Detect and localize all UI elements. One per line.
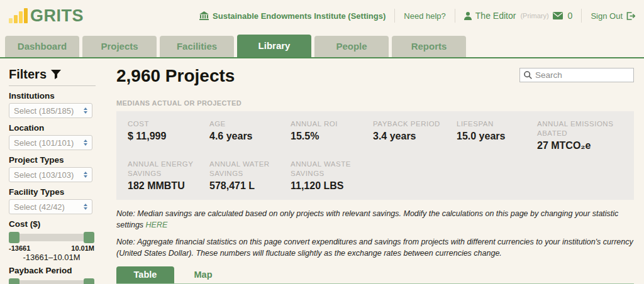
search-icon	[524, 71, 532, 79]
filters-title-label: Filters	[9, 67, 47, 82]
location-select[interactable]: Select (101/101)	[9, 135, 92, 150]
tab-people[interactable]: People	[314, 36, 389, 57]
stat-label: ANNUAL ENERGY SAVINGS	[128, 160, 198, 178]
note-text: Note: Median savings are calculated base…	[116, 209, 618, 229]
payback-slider-max-handle[interactable]	[84, 278, 94, 284]
statistic-settings-link[interactable]: HERE	[146, 221, 168, 229]
institutions-select[interactable]: Select (185/185)	[9, 103, 92, 118]
stat-value: 182 MMBTU	[128, 180, 204, 192]
divider	[581, 9, 582, 23]
header-links: Sustainable Endowments Institute (Settin…	[199, 9, 635, 23]
stat-annual-emissions-abated: ANNUAL EMISSIONS ABATED 27 MTCO₂e	[537, 119, 634, 151]
facility-types-select[interactable]: Select (42/42)	[9, 199, 92, 214]
stat-cost: COST $ 11,999	[128, 119, 209, 151]
cost-label: Cost ($)	[9, 219, 108, 229]
stat-label: ANNUAL WASTE SAVINGS	[291, 160, 361, 178]
main-navigation: Dashboard Projects Facilities Library Pe…	[0, 31, 644, 58]
select-caret-icon	[84, 172, 87, 178]
stat-value: 11,120 LBS	[291, 180, 368, 192]
cost-min-label: -13661	[9, 244, 30, 252]
tab-dashboard[interactable]: Dashboard	[5, 36, 79, 57]
user-role-badge: (Primary)	[520, 12, 548, 19]
user-menu[interactable]: The Editor (Primary) 0	[464, 11, 573, 21]
filter-group-institutions: Institutions Select (185/185)	[9, 91, 108, 118]
institutions-label: Institutions	[9, 91, 108, 101]
search-input[interactable]	[535, 70, 630, 80]
filter-group-facility-types: Facility Types Select (42/42)	[9, 187, 108, 214]
user-name: The Editor	[475, 11, 516, 21]
cost-filter: Cost ($) -13661 10.01M -13661–10.01M	[9, 219, 108, 262]
facility-types-label: Facility Types	[9, 187, 108, 197]
view-tab-map[interactable]: Map	[174, 266, 232, 283]
cost-slider-max-handle[interactable]	[84, 232, 94, 243]
payback-slider-min-handle[interactable]	[9, 278, 19, 284]
search-box	[519, 68, 634, 82]
need-help-label: Need help?	[404, 11, 446, 21]
stat-annual-roi: ANNUAL ROI 15.5%	[291, 119, 373, 151]
brand-name: GRITS	[30, 8, 84, 25]
medians-stats-panel: COST $ 11,999 AGE 4.6 years ANNUAL ROI 1…	[116, 111, 634, 200]
institutions-select-value: Select (185/185)	[14, 106, 74, 116]
location-label: Location	[9, 123, 108, 133]
stat-payback-period: PAYBACK PERIOD 3.4 years	[373, 119, 457, 151]
tab-library[interactable]: Library	[237, 35, 311, 57]
filters-sidebar: Filters Institutions Select (185/185) Lo…	[0, 58, 108, 284]
stat-label: AGE	[209, 119, 280, 129]
stat-label: COST	[128, 119, 198, 129]
sign-out-icon	[626, 12, 635, 20]
facility-types-select-value: Select (42/42)	[14, 202, 65, 212]
sign-out-link[interactable]: Sign Out	[591, 11, 635, 21]
stat-annual-energy-savings: ANNUAL ENERGY SAVINGS 182 MMBTU	[128, 160, 209, 192]
payback-period-label: Payback Period	[9, 266, 108, 275]
sign-out-label: Sign Out	[591, 11, 623, 21]
stat-label: PAYBACK PERIOD	[373, 119, 443, 129]
grits-logo[interactable]: GRITS	[9, 8, 84, 25]
tab-reports[interactable]: Reports	[392, 36, 466, 57]
institution-icon	[199, 11, 209, 20]
tab-facilities[interactable]: Facilities	[160, 36, 234, 57]
divider	[455, 9, 455, 23]
payback-filter: Payback Period	[9, 266, 108, 284]
messages-icon[interactable]	[553, 12, 563, 19]
view-switcher: Table Map	[116, 266, 634, 284]
stat-value: 3.4 years	[373, 131, 452, 142]
stat-value: 27 MTCO₂e	[537, 140, 629, 151]
institution-settings-link[interactable]: Sustainable Endowments Institute (Settin…	[199, 11, 386, 21]
project-types-select[interactable]: Select (103/103)	[9, 167, 92, 182]
filters-heading: Filters	[9, 67, 96, 86]
stat-value: 15.0 years	[457, 131, 532, 142]
stat-value: $ 11,999	[128, 131, 204, 142]
view-tab-table[interactable]: Table	[116, 266, 174, 283]
select-caret-icon	[84, 139, 87, 146]
cost-slider-track[interactable]	[9, 234, 94, 241]
stat-age: AGE 4.6 years	[209, 119, 291, 151]
stat-value: 15.5%	[291, 131, 368, 142]
project-types-label: Project Types	[9, 155, 108, 165]
bar-chart-logo-icon	[9, 8, 28, 25]
tab-projects[interactable]: Projects	[82, 36, 157, 57]
cost-max-label: 10.01M	[71, 244, 94, 252]
cost-slider-min-handle[interactable]	[9, 232, 19, 243]
project-types-select-value: Select (103/103)	[14, 170, 74, 180]
filter-group-location: Location Select (101/101)	[9, 123, 108, 150]
medians-heading: MEDIANS ACTUAL OR PROJECTED	[116, 99, 634, 107]
median-savings-note: Note: Median savings are calculated base…	[116, 208, 634, 231]
stat-lifespan: LIFESPAN 15.0 years	[457, 119, 537, 151]
stat-annual-waste-savings: ANNUAL WASTE SAVINGS 11,120 LBS	[291, 160, 373, 192]
institution-label: Sustainable Endowments Institute (Settin…	[213, 11, 386, 21]
page-title: 2,960 Projects	[116, 66, 235, 86]
need-help-link[interactable]: Need help?	[404, 11, 446, 21]
filter-group-project-types: Project Types Select (103/103)	[9, 155, 108, 182]
app-header: GRITS Sustainable Endowments Institute (…	[0, 0, 644, 31]
payback-slider-track[interactable]	[9, 280, 94, 284]
stat-label: LIFESPAN	[457, 119, 527, 129]
stat-label: ANNUAL ROI	[291, 119, 361, 129]
stat-annual-water-savings: ANNUAL WATER SAVINGS 578,471 L	[209, 160, 291, 192]
stat-label: ANNUAL EMISSIONS ABATED	[537, 119, 622, 138]
stat-label: ANNUAL WATER SAVINGS	[209, 160, 280, 178]
location-select-value: Select (101/101)	[14, 138, 74, 148]
divider	[394, 9, 395, 23]
select-caret-icon	[84, 107, 87, 114]
payback-slider	[9, 278, 94, 284]
inbox-count: 0	[568, 11, 573, 21]
